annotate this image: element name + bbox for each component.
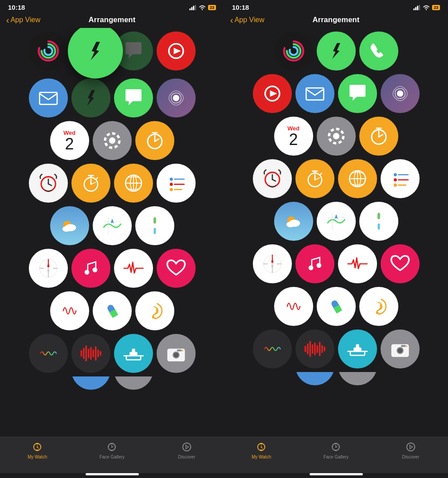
app-camera-r[interactable] xyxy=(381,329,420,368)
app-photos-r[interactable] xyxy=(359,202,398,241)
app-maps-r[interactable] xyxy=(317,202,356,241)
app-music-r[interactable] xyxy=(295,244,334,283)
grid-row-r8 xyxy=(229,329,443,368)
svg-rect-0 xyxy=(189,8,191,10)
app-mail-r[interactable] xyxy=(295,74,334,113)
app-camera[interactable] xyxy=(157,334,196,373)
app-medications[interactable] xyxy=(93,291,132,330)
app-world-clock-r[interactable] xyxy=(338,159,377,198)
svg-point-55 xyxy=(92,267,97,272)
svg-rect-172 xyxy=(334,443,337,444)
status-bar-right: 10:18 23 xyxy=(224,0,448,13)
app-siri-r[interactable] xyxy=(253,329,292,368)
grid-row-5 xyxy=(5,206,219,245)
app-reminders[interactable] xyxy=(157,164,196,203)
app-voice-memos-r[interactable] xyxy=(295,329,334,368)
tab-discover-left[interactable]: Discover xyxy=(149,441,224,459)
app-compass[interactable] xyxy=(29,249,68,288)
tab-discover-right[interactable]: Discover xyxy=(373,441,448,459)
app-messages-r[interactable] xyxy=(338,74,377,113)
app-alarm[interactable] xyxy=(29,164,68,203)
app-weather-r[interactable] xyxy=(274,202,313,241)
tab-my-watch-right[interactable]: My Watch xyxy=(224,441,299,459)
grid-row-2 xyxy=(5,78,219,118)
svg-line-44 xyxy=(153,218,157,222)
svg-marker-100 xyxy=(270,90,277,97)
app-phone-r[interactable] xyxy=(359,31,398,71)
app-workout-dragging[interactable] xyxy=(67,28,122,78)
app-messages[interactable] xyxy=(114,78,153,118)
app-siri-watch[interactable] xyxy=(29,334,68,373)
app-breathe[interactable] xyxy=(157,78,196,118)
grid-row-8 xyxy=(5,334,219,373)
app-sleep-r[interactable] xyxy=(338,329,377,368)
app-remote[interactable] xyxy=(157,31,196,71)
app-calendar-r[interactable]: Wed 2 xyxy=(274,117,313,156)
svg-point-27 xyxy=(169,177,173,180)
app-hearing-r[interactable] xyxy=(359,287,398,326)
svg-point-35 xyxy=(62,226,70,232)
app-activity[interactable] xyxy=(29,31,68,71)
app-heart-r[interactable] xyxy=(381,244,420,283)
app-hearing[interactable] xyxy=(135,291,174,330)
grid-row-1 xyxy=(5,31,219,75)
app-stopwatch[interactable] xyxy=(71,164,110,203)
home-indicator-right xyxy=(310,473,363,475)
svg-point-136 xyxy=(271,263,273,265)
app-timer-r[interactable] xyxy=(359,117,398,156)
svg-rect-62 xyxy=(83,348,85,359)
app-stopwatch-r[interactable] xyxy=(295,159,334,198)
app-activity-r[interactable] xyxy=(274,31,313,71)
svg-point-29 xyxy=(169,183,173,186)
svg-rect-164 xyxy=(401,345,405,347)
svg-rect-150 xyxy=(304,346,306,352)
app-photos[interactable] xyxy=(135,206,174,245)
app-world-clock[interactable] xyxy=(114,164,153,203)
tab-face-gallery-right[interactable]: Face Gallery xyxy=(299,441,373,459)
app-breathe-r[interactable] xyxy=(381,74,420,113)
app-sleep[interactable] xyxy=(114,334,153,373)
app-mail[interactable] xyxy=(29,78,68,118)
tab-label-face-gallery-left: Face Gallery xyxy=(99,454,125,459)
app-settings-r[interactable] xyxy=(317,117,356,156)
app-heart[interactable] xyxy=(157,249,196,288)
status-icons-right: 23 xyxy=(413,5,440,10)
app-noise[interactable] xyxy=(50,291,89,330)
app-music[interactable] xyxy=(71,249,110,288)
svg-rect-64 xyxy=(87,349,89,358)
nav-title-right: Arrangement xyxy=(313,16,360,24)
svg-rect-67 xyxy=(95,346,97,360)
app-timer[interactable] xyxy=(135,121,174,160)
app-medications-r[interactable] xyxy=(317,287,356,326)
svg-point-124 xyxy=(286,222,294,227)
app-extra-r1[interactable] xyxy=(295,372,334,385)
tab-my-watch-left[interactable]: My Watch xyxy=(0,441,75,459)
app-remote-r[interactable] xyxy=(253,74,292,113)
app-workout-r[interactable] xyxy=(317,31,356,71)
app-weather[interactable] xyxy=(50,206,89,245)
app-reminders-r[interactable] xyxy=(381,159,420,198)
tab-face-gallery-left[interactable]: Face Gallery xyxy=(75,441,149,459)
svg-point-54 xyxy=(84,270,89,275)
back-button-left[interactable]: ‹ App View xyxy=(6,15,40,25)
status-time-right: 10:18 xyxy=(232,4,249,11)
svg-point-76 xyxy=(181,350,183,352)
app-noise-r[interactable] xyxy=(274,287,313,326)
svg-point-143 xyxy=(308,266,313,270)
app-extra2[interactable] xyxy=(114,376,153,390)
app-extra-r2[interactable] xyxy=(338,372,377,385)
back-button-right[interactable]: ‹ App View xyxy=(230,15,264,25)
app-settings[interactable] xyxy=(93,121,132,160)
svg-rect-154 xyxy=(314,343,316,356)
svg-point-74 xyxy=(173,353,178,357)
app-extra1[interactable] xyxy=(71,376,110,390)
app-ecg[interactable] xyxy=(114,249,153,288)
app-maps[interactable] xyxy=(93,206,132,245)
app-compass-r[interactable] xyxy=(253,244,292,283)
app-calendar[interactable]: Wed 2 xyxy=(50,121,89,160)
app-ecg-r[interactable] xyxy=(338,244,377,283)
app-alarm-r[interactable] xyxy=(253,159,292,198)
app-workout-placeholder[interactable] xyxy=(71,78,110,118)
app-voice-memos[interactable] xyxy=(71,334,110,373)
discover-icon-right xyxy=(405,441,417,453)
